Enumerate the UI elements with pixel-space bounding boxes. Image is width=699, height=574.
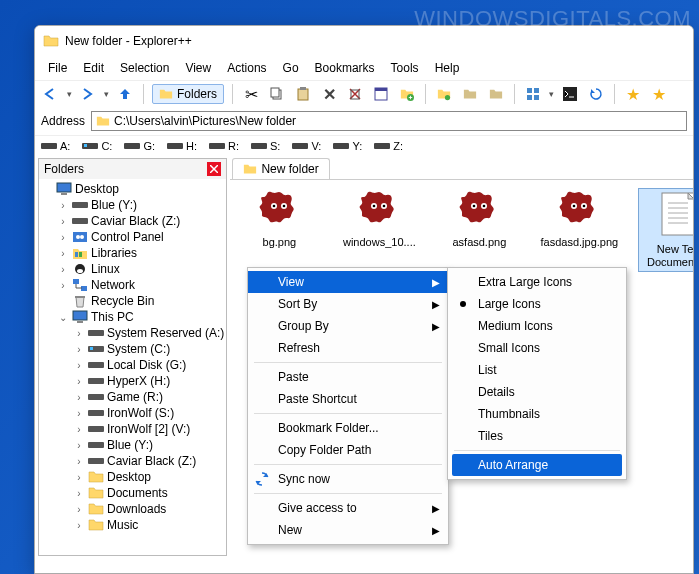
refresh-icon[interactable] <box>586 84 606 104</box>
delete-icon[interactable]: ✕ <box>319 84 339 104</box>
tree-item[interactable]: ›Caviar Black (Z:) <box>41 453 224 469</box>
svg-rect-25 <box>61 193 67 195</box>
tree-item[interactable]: Recycle Bin <box>41 293 224 309</box>
file-item[interactable]: bg.png <box>238 188 320 249</box>
menu-go[interactable]: Go <box>276 58 306 78</box>
menu-selection[interactable]: Selection <box>113 58 176 78</box>
tree-item[interactable]: ›System (C:) <box>41 341 224 357</box>
svg-rect-21 <box>292 143 308 149</box>
menu-help[interactable]: Help <box>428 58 467 78</box>
menu-item[interactable]: Group By▶ <box>248 315 448 337</box>
menu-item[interactable]: Refresh <box>248 337 448 359</box>
svg-rect-18 <box>167 143 183 149</box>
views-icon[interactable] <box>523 84 543 104</box>
menu-item[interactable]: Small Icons <box>448 337 626 359</box>
view-submenu[interactable]: Extra Large IconsLarge IconsMedium Icons… <box>447 267 627 480</box>
menu-item[interactable]: Bookmark Folder... <box>248 417 448 439</box>
menu-edit[interactable]: Edit <box>76 58 111 78</box>
forward-button[interactable] <box>78 84 98 104</box>
drive-y[interactable]: Y: <box>333 140 362 152</box>
folder-tree[interactable]: Desktop›Blue (Y:)›Caviar Black (Z:)›Cont… <box>39 179 226 555</box>
tree-item[interactable]: ›HyperX (H:) <box>41 373 224 389</box>
tree-item[interactable]: ›Blue (Y:) <box>41 437 224 453</box>
menu-item[interactable]: Large Icons <box>448 293 626 315</box>
tree-item[interactable]: ›Music <box>41 517 224 533</box>
menu-bookmarks[interactable]: Bookmarks <box>308 58 382 78</box>
menu-item[interactable]: Give access to▶ <box>248 497 448 519</box>
up-button[interactable] <box>115 84 135 104</box>
drive-r[interactable]: R: <box>209 140 239 152</box>
tree-item[interactable]: ›Documents <box>41 485 224 501</box>
menu-view[interactable]: View <box>178 58 218 78</box>
folder-icon-3[interactable] <box>486 84 506 104</box>
menu-item[interactable]: Copy Folder Path <box>248 439 448 461</box>
svg-rect-16 <box>84 144 87 147</box>
new-folder-icon[interactable] <box>397 84 417 104</box>
context-menu[interactable]: View▶Sort By▶Group By▶RefreshPastePaste … <box>247 267 449 545</box>
bookmark-icon[interactable]: ★ <box>623 84 643 104</box>
tree-item[interactable]: ›Local Disk (G:) <box>41 357 224 373</box>
menu-item[interactable]: Paste <box>248 366 448 388</box>
tree-item[interactable]: ›System Reserved (A:) <box>41 325 224 341</box>
delete-perm-icon[interactable] <box>345 84 365 104</box>
paste-icon[interactable] <box>293 84 313 104</box>
back-dropdown[interactable]: ▾ <box>67 89 72 99</box>
menu-item[interactable]: Auto Arrange <box>452 454 622 476</box>
drive-s[interactable]: S: <box>251 140 280 152</box>
address-input[interactable]: C:\Users\alvin\Pictures\New folder <box>91 111 687 131</box>
svg-rect-40 <box>88 330 104 336</box>
drive-g[interactable]: G: <box>124 140 155 152</box>
properties-icon[interactable] <box>371 84 391 104</box>
tree-item[interactable]: ›IronWolf (S:) <box>41 405 224 421</box>
cut-icon[interactable]: ✂ <box>241 84 261 104</box>
menu-item[interactable]: Details <box>448 381 626 403</box>
tree-item[interactable]: ›Downloads <box>41 501 224 517</box>
menu-item[interactable]: Extra Large Icons <box>448 271 626 293</box>
menu-item[interactable]: Tiles <box>448 425 626 447</box>
tree-item[interactable]: ›IronWolf [2] (V:) <box>41 421 224 437</box>
tab-new-folder[interactable]: New folder <box>232 158 329 179</box>
menu-file[interactable]: File <box>41 58 74 78</box>
tree-item[interactable]: ›Caviar Black (Z:) <box>41 213 224 229</box>
svg-rect-49 <box>88 458 104 464</box>
menu-actions[interactable]: Actions <box>220 58 273 78</box>
bookmark-add-icon[interactable]: ★ <box>649 84 669 104</box>
terminal-icon[interactable] <box>560 84 580 104</box>
drive-a[interactable]: A: <box>41 140 70 152</box>
tree-item[interactable]: ›Network <box>41 277 224 293</box>
tree-item[interactable]: ›Blue (Y:) <box>41 197 224 213</box>
drive-z[interactable]: Z: <box>374 140 403 152</box>
menu-item[interactable]: Sync now <box>248 468 448 490</box>
menu-item[interactable]: Thumbnails <box>448 403 626 425</box>
folders-toggle[interactable]: Folders <box>152 84 224 104</box>
menu-item[interactable]: List <box>448 359 626 381</box>
menu-item[interactable]: View▶ <box>248 271 448 293</box>
drive-c[interactable]: C: <box>82 140 112 152</box>
file-item[interactable]: windows_10.... <box>338 188 420 249</box>
menu-item[interactable]: Paste Shortcut <box>248 388 448 410</box>
drive-h[interactable]: H: <box>167 140 197 152</box>
close-folders-button[interactable] <box>207 162 221 176</box>
copy-icon[interactable] <box>267 84 287 104</box>
menu-item[interactable]: Medium Icons <box>448 315 626 337</box>
tree-item[interactable]: ⌄This PC <box>41 309 224 325</box>
file-item[interactable]: fasdasd.jpg.png <box>538 188 620 249</box>
back-button[interactable] <box>41 84 61 104</box>
menu-item[interactable]: Sort By▶ <box>248 293 448 315</box>
menu-item[interactable]: New▶ <box>248 519 448 541</box>
tree-item[interactable]: ›Game (R:) <box>41 389 224 405</box>
views-dropdown[interactable]: ▾ <box>549 89 554 99</box>
drive-v[interactable]: V: <box>292 140 321 152</box>
tree-item[interactable]: ›Libraries <box>41 245 224 261</box>
tree-item[interactable]: ›Linux <box>41 261 224 277</box>
menu-tools[interactable]: Tools <box>384 58 426 78</box>
tree-item[interactable]: ›Desktop <box>41 469 224 485</box>
svg-rect-23 <box>374 143 390 149</box>
forward-dropdown[interactable]: ▾ <box>104 89 109 99</box>
move-to-icon[interactable] <box>460 84 480 104</box>
copy-to-icon[interactable] <box>434 84 454 104</box>
tree-item[interactable]: Desktop <box>41 181 224 197</box>
file-item[interactable]: New Text Document.txt <box>638 188 694 272</box>
file-item[interactable]: asfasd.png <box>438 188 520 249</box>
tree-item[interactable]: ›Control Panel <box>41 229 224 245</box>
